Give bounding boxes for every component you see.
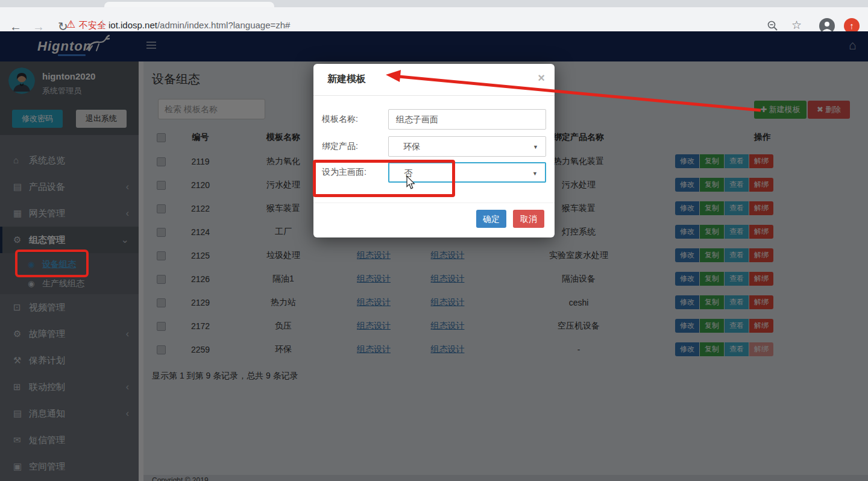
template-name-value: 组态子画面	[396, 115, 438, 125]
url-path: /admin/index.html?language=zh#	[157, 20, 291, 30]
ok-button[interactable]: 确定	[476, 210, 506, 228]
mouse-cursor	[404, 175, 417, 192]
annotation-box-sidebar	[15, 250, 89, 277]
bind-product-select[interactable]: 环保▼	[388, 136, 546, 157]
bind-product-label: 绑定产品:	[322, 141, 358, 152]
bind-product-value: 环保	[403, 142, 420, 152]
modal-title: 新建模板	[327, 73, 366, 86]
chevron-down-icon: ▼	[532, 171, 538, 177]
close-icon[interactable]: ×	[538, 71, 545, 85]
modal-header: 新建模板 ×	[313, 64, 555, 96]
template-name-label: 模板名称:	[322, 114, 358, 125]
browser-tabstrip	[0, 0, 868, 7]
modal-footer: 确定 取消	[313, 203, 555, 238]
cancel-button[interactable]: 取消	[513, 210, 544, 228]
url-domain: iot.idosp.net	[108, 20, 157, 30]
template-name-input[interactable]: 组态子画面	[388, 109, 546, 130]
annotation-box-modal	[313, 160, 455, 197]
chevron-down-icon: ▼	[533, 144, 538, 150]
bind-product-row: 绑定产品: 环保▼	[313, 136, 555, 157]
template-name-row: 模板名称: 组态子画面	[313, 109, 555, 130]
browser-toolbar: ← → ↻ ⚠ 不安全 | iot.idosp.net/admin/index.…	[0, 7, 868, 32]
new-template-modal: 新建模板 × 模板名称: 组态子画面 绑定产品: 环保▼ 设为主画面: 否▼ 确…	[313, 64, 555, 237]
bookmark-star-icon[interactable]: ☆	[791, 18, 802, 32]
url-separator: |	[101, 19, 104, 30]
address-bar[interactable]: iot.idosp.net/admin/index.html?language=…	[108, 20, 290, 30]
security-warning-icon[interactable]: ⚠	[66, 18, 75, 31]
browser-tab[interactable]	[104, 2, 274, 7]
